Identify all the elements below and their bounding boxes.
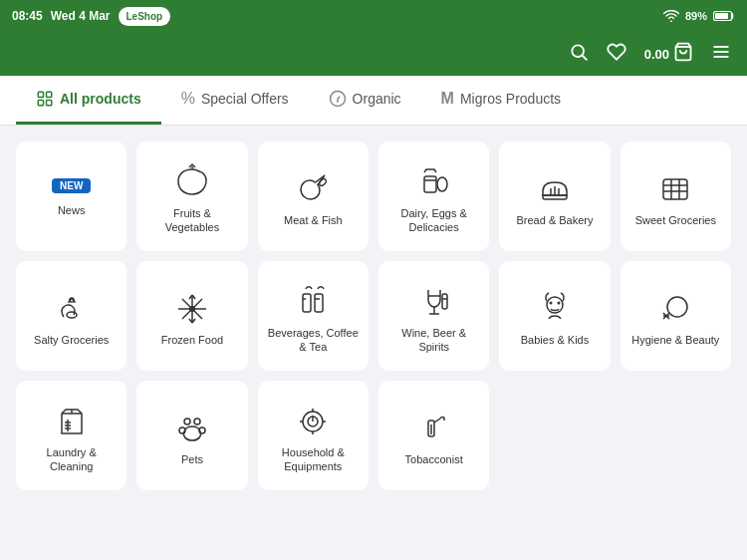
category-salty-label: Salty Groceries bbox=[34, 333, 109, 347]
category-frozen-label: Frozen Food bbox=[161, 333, 223, 347]
category-bread-label: Bread & Bakery bbox=[516, 213, 593, 227]
category-beverages[interactable]: Beverages, Coffee & Tea bbox=[258, 261, 369, 371]
babies-icon bbox=[535, 289, 575, 333]
category-fruits-vegetables[interactable]: Fruits & Vegetables bbox=[136, 141, 247, 251]
category-hygiene-beauty[interactable]: Hygiene & Beauty bbox=[621, 261, 731, 371]
wishlist-icon[interactable] bbox=[607, 42, 626, 67]
status-right: 89% bbox=[663, 10, 735, 22]
sweet-icon bbox=[655, 169, 695, 213]
category-wine-beer-spirits[interactable]: Wine, Beer & Spirits bbox=[378, 261, 489, 371]
all-products-icon bbox=[36, 90, 54, 108]
category-grid: NEW News Fruits & Vegetables Meat & Fish bbox=[0, 126, 747, 506]
category-tobacconist-label: Tobacconist bbox=[405, 452, 463, 466]
category-bread-bakery[interactable]: Bread & Bakery bbox=[499, 141, 610, 251]
logo-text: LeShop bbox=[126, 11, 163, 22]
status-bar: 08:45 Wed 4 Mar LeShop 89% bbox=[0, 0, 747, 32]
time: 08:45 bbox=[12, 9, 43, 23]
category-laundry-cleaning[interactable]: Laundry & Cleaning bbox=[16, 381, 126, 490]
svg-point-29 bbox=[189, 306, 195, 312]
svg-point-23 bbox=[67, 312, 77, 318]
category-news[interactable]: NEW News bbox=[16, 141, 126, 251]
category-pets-label: Pets bbox=[181, 452, 203, 466]
category-household-equipments[interactable]: Household & Equipments bbox=[258, 381, 369, 490]
dairy-icon bbox=[414, 162, 454, 206]
svg-point-24 bbox=[70, 298, 74, 302]
tab-organic-label: Organic bbox=[353, 91, 401, 107]
hygiene-icon bbox=[655, 289, 695, 333]
app-header: 0.00 bbox=[0, 32, 747, 76]
svg-rect-8 bbox=[38, 92, 43, 97]
status-left: 08:45 Wed 4 Mar LeShop bbox=[12, 7, 170, 26]
category-meat-fish[interactable]: Meat & Fish bbox=[258, 141, 369, 251]
migros-icon: M bbox=[441, 90, 454, 108]
svg-point-52 bbox=[184, 419, 190, 424]
tab-all-products-label: All products bbox=[60, 91, 141, 107]
svg-rect-9 bbox=[47, 92, 52, 97]
cart-icon[interactable] bbox=[673, 42, 693, 67]
category-news-label: News bbox=[58, 203, 86, 217]
date: Wed 4 Mar bbox=[51, 9, 111, 23]
category-sweet-groceries[interactable]: Sweet Groceries bbox=[621, 141, 731, 251]
category-babies-label: Babies & Kids bbox=[521, 333, 589, 347]
svg-point-44 bbox=[667, 297, 687, 317]
beverages-icon bbox=[293, 282, 333, 326]
pets-icon bbox=[172, 409, 212, 452]
organic-icon bbox=[329, 90, 347, 108]
category-sweet-label: Sweet Groceries bbox=[635, 213, 716, 227]
salty-icon bbox=[52, 289, 92, 333]
svg-point-14 bbox=[437, 177, 447, 191]
category-hygiene-label: Hygiene & Beauty bbox=[631, 333, 719, 347]
household-icon bbox=[293, 402, 333, 445]
cart-area[interactable]: 0.00 bbox=[644, 42, 693, 67]
category-wine-label: Wine, Beer & Spirits bbox=[386, 326, 481, 355]
svg-rect-34 bbox=[303, 294, 311, 312]
category-babies-kids[interactable]: Babies & Kids bbox=[499, 261, 610, 371]
bread-icon bbox=[535, 169, 575, 213]
battery-text: 89% bbox=[685, 10, 707, 22]
svg-rect-1 bbox=[715, 13, 728, 19]
tab-special-offers-label: Special Offers bbox=[201, 91, 289, 107]
tab-special-offers[interactable]: % Special Offers bbox=[161, 76, 309, 125]
logo-badge: LeShop bbox=[119, 7, 171, 26]
tobacco-icon bbox=[414, 409, 454, 452]
category-dairy-eggs[interactable]: Dairy, Eggs & Delicacies bbox=[378, 141, 489, 251]
svg-rect-10 bbox=[38, 101, 43, 106]
category-beverages-label: Beverages, Coffee & Tea bbox=[266, 326, 361, 355]
search-icon[interactable] bbox=[569, 42, 589, 67]
category-frozen-food[interactable]: Frozen Food bbox=[136, 261, 247, 371]
category-dairy-label: Dairy, Eggs & Delicacies bbox=[386, 206, 481, 235]
svg-point-53 bbox=[194, 419, 200, 424]
category-fruits-label: Fruits & Vegetables bbox=[144, 206, 239, 235]
laundry-icon bbox=[52, 402, 92, 445]
svg-line-3 bbox=[582, 55, 587, 60]
svg-rect-35 bbox=[315, 294, 323, 312]
battery-icon bbox=[713, 10, 735, 22]
svg-rect-18 bbox=[663, 179, 687, 199]
new-badge: NEW bbox=[52, 178, 91, 193]
tab-all-products[interactable]: All products bbox=[16, 76, 161, 125]
special-offers-icon: % bbox=[181, 90, 195, 108]
category-tobacconist[interactable]: Tobacconist bbox=[378, 381, 489, 490]
svg-point-2 bbox=[572, 45, 584, 57]
svg-point-42 bbox=[549, 301, 552, 304]
tab-migros-products[interactable]: M Migros Products bbox=[421, 76, 581, 125]
frozen-icon bbox=[172, 289, 212, 333]
svg-rect-11 bbox=[47, 101, 52, 106]
category-salty-groceries[interactable]: Salty Groceries bbox=[16, 261, 126, 371]
category-household-label: Household & Equipments bbox=[266, 445, 361, 474]
tab-migros-label: Migros Products bbox=[460, 91, 561, 107]
nav-tabs: All products % Special Offers Organic M … bbox=[0, 76, 747, 126]
category-laundry-label: Laundry & Cleaning bbox=[24, 445, 119, 474]
svg-rect-13 bbox=[424, 176, 436, 192]
menu-icon[interactable] bbox=[711, 42, 731, 67]
category-pets[interactable]: Pets bbox=[136, 381, 247, 490]
fruits-icon bbox=[172, 162, 212, 206]
svg-rect-39 bbox=[442, 294, 447, 309]
tab-organic[interactable]: Organic bbox=[309, 76, 421, 125]
meat-icon bbox=[293, 169, 333, 213]
svg-point-43 bbox=[557, 301, 560, 304]
category-meat-label: Meat & Fish bbox=[284, 213, 343, 227]
header-icons: 0.00 bbox=[569, 42, 731, 67]
cart-price: 0.00 bbox=[644, 47, 669, 62]
wine-icon bbox=[414, 282, 454, 326]
